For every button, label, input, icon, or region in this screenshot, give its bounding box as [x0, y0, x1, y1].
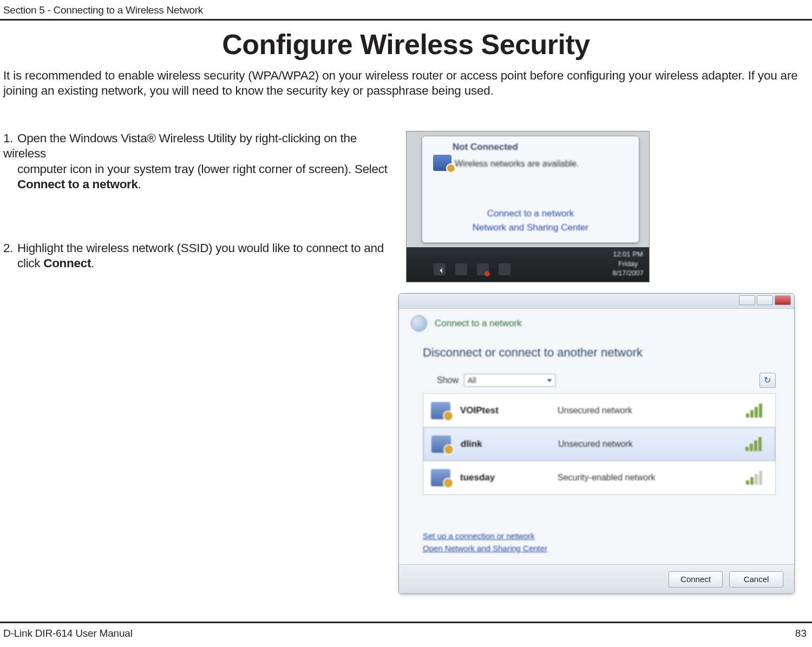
- screenshot-tray-popup: Not Connected Wireless networks are avai…: [406, 131, 650, 282]
- step-2-tail: .: [91, 256, 94, 270]
- balloon-links: Connect to a network Network and Sharing…: [422, 207, 639, 235]
- show-select-value: All: [468, 376, 476, 385]
- network-security: Unsecured network: [558, 406, 746, 415]
- link-open-network-center[interactable]: Open Network and Sharing Center: [423, 543, 547, 555]
- tray-icons: [434, 263, 510, 275]
- maximize-button[interactable]: [757, 295, 773, 305]
- power-icon[interactable]: [455, 263, 467, 275]
- step-1-tail: .: [138, 177, 141, 191]
- wireless-network-icon: [431, 402, 450, 419]
- link-setup-connection[interactable]: Set up a connection or network: [423, 530, 547, 543]
- step-2-line2: click Connect.: [3, 256, 393, 271]
- wireless-network-icon: [431, 469, 450, 486]
- step-2-bold: Connect: [43, 256, 91, 270]
- step-1-line3: Connect to a network.: [3, 177, 393, 192]
- refresh-button[interactable]: [759, 373, 776, 388]
- wireless-network-icon: [431, 435, 451, 453]
- show-select[interactable]: All: [464, 374, 556, 387]
- step-1-line2: computer icon in your system tray (lower…: [3, 162, 393, 177]
- close-button[interactable]: [775, 295, 791, 305]
- signal-strength-icon: [746, 471, 768, 485]
- balloon-subtitle: Wireless networks are available.: [422, 156, 639, 169]
- show-filter-row: Show All: [437, 374, 556, 387]
- link-network-sharing-center[interactable]: Network and Sharing Center: [422, 221, 639, 235]
- connect-button[interactable]: Connect: [669, 571, 723, 587]
- screenshot-connect-dialog: Connect to a network Disconnect or conne…: [398, 293, 795, 594]
- network-item[interactable]: tuesday Security-enabled network: [423, 461, 775, 494]
- network-item-selected[interactable]: dlink Unsecured network: [423, 427, 775, 461]
- taskbar: 12:01 PM Friday 8/17/2007: [407, 247, 649, 282]
- network-security: Security-enabled network: [558, 473, 746, 483]
- balloon-title: Not Connected: [422, 136, 639, 156]
- intro-paragraph: It is recommended to enable wireless sec…: [3, 68, 809, 98]
- dialog-subtitle: Disconnect or connect to another network: [423, 346, 643, 360]
- section-header: Section 5 - Connecting to a Wireless Net…: [3, 4, 203, 16]
- step-1-number: 1.: [3, 131, 17, 146]
- network-tray-icon[interactable]: [477, 263, 489, 275]
- back-button-icon[interactable]: [411, 315, 427, 332]
- window-buttons: [739, 295, 791, 305]
- step-2-text: 2.Highlight the wireless network (SSID) …: [3, 241, 393, 271]
- step-2-number: 2.: [3, 241, 17, 256]
- taskbar-clock: 12:01 PM Friday 8/17/2007: [612, 249, 644, 278]
- link-connect-network[interactable]: Connect to a network: [422, 207, 639, 221]
- tray-balloon: Not Connected Wireless networks are avai…: [422, 136, 639, 243]
- show-label: Show: [437, 375, 459, 385]
- step-1-text: 1.Open the Windows Vista® Wireless Utili…: [3, 131, 393, 192]
- network-ssid: dlink: [461, 439, 558, 450]
- cancel-button[interactable]: Cancel: [729, 571, 783, 587]
- network-ssid: tuesday: [460, 472, 558, 483]
- step-2-line1: Highlight the wireless network (SSID) yo…: [17, 241, 384, 255]
- network-security: Unsecured network: [558, 439, 745, 449]
- step-1-line1: Open the Windows Vista® Wireless Utility…: [3, 131, 357, 160]
- network-item[interactable]: VOIPtest Unsecured network: [423, 394, 775, 427]
- footer-manual-name: D-Link DIR-614 User Manual: [3, 628, 133, 639]
- clock-date: 8/17/2007: [612, 268, 644, 278]
- clock-day: Friday: [612, 259, 644, 269]
- header-rule: [0, 19, 812, 21]
- step-2-pre: click: [17, 256, 43, 270]
- page-title: Configure Wireless Security: [0, 28, 812, 61]
- step-1-bold: Connect to a network: [17, 177, 138, 191]
- tray-arrow-icon[interactable]: [434, 263, 446, 275]
- dialog-button-bar: Connect Cancel: [399, 564, 794, 593]
- volume-icon[interactable]: [499, 263, 510, 275]
- dialog-header: Connect to a network: [411, 315, 782, 332]
- footer-page-number: 83: [795, 628, 807, 639]
- clock-time: 12:01 PM: [612, 249, 644, 259]
- network-ssid: VOIPtest: [460, 405, 558, 416]
- dialog-titlebar: [399, 294, 794, 309]
- network-list: VOIPtest Unsecured network dlink Unsecur…: [423, 393, 776, 495]
- footer-rule: [0, 622, 812, 623]
- minimize-button[interactable]: [739, 295, 755, 305]
- signal-strength-icon: [745, 437, 767, 451]
- dialog-header-text: Connect to a network: [435, 318, 522, 329]
- dialog-links: Set up a connection or network Open Netw…: [423, 530, 547, 554]
- steps-area: 1.Open the Windows Vista® Wireless Utili…: [0, 131, 812, 271]
- signal-strength-icon: [746, 404, 768, 418]
